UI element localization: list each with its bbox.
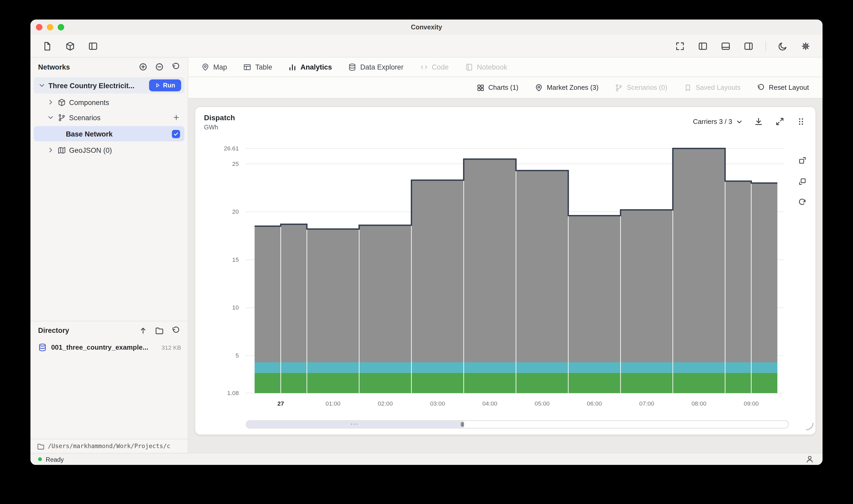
tab-map[interactable]: Map xyxy=(201,63,227,71)
networks-header-actions xyxy=(138,61,181,72)
directory-path-row: /Users/markhammond/Work/Projects/c xyxy=(31,439,188,453)
components-icon xyxy=(58,98,66,106)
panel-right-button[interactable] xyxy=(743,40,754,52)
chart-range-scrollbar[interactable] xyxy=(246,420,789,428)
refresh-directory-button[interactable] xyxy=(170,325,181,336)
refresh-networks-button[interactable] xyxy=(170,61,181,72)
svg-text:06:00: 06:00 xyxy=(587,400,602,407)
drag-chart-button[interactable] xyxy=(795,116,806,127)
remove-network-button[interactable] xyxy=(154,61,165,72)
svg-text:09:00: 09:00 xyxy=(744,400,759,407)
directory-up-button[interactable] xyxy=(138,325,148,336)
refresh-chart-button[interactable] xyxy=(797,197,808,208)
geojson-label: GeoJSON (0) xyxy=(69,146,112,154)
bar-chart-icon xyxy=(289,63,297,71)
sidebar-item-scenarios[interactable]: Scenarios xyxy=(31,110,188,125)
directory-file-item[interactable]: 001_three_country_example... 312 KB xyxy=(31,339,188,356)
carriers-label: Carriers 3 / 3 xyxy=(693,118,732,125)
add-scenario-button[interactable] xyxy=(171,113,181,122)
tab-table[interactable]: Table xyxy=(244,63,272,71)
minimize-window-button[interactable] xyxy=(47,24,53,31)
reset-layout-button[interactable]: Reset Layout xyxy=(757,84,809,92)
carriers-dropdown[interactable]: Carriers 3 / 3 xyxy=(693,118,743,125)
fullscreen-icon xyxy=(675,41,685,51)
svg-text:27: 27 xyxy=(277,400,284,407)
panel-corner-bottom-icon xyxy=(798,177,807,186)
svg-text:01:00: 01:00 xyxy=(326,400,341,407)
analytics-actionbar: Charts (1) Market Zones (3) Scenarios (0… xyxy=(188,77,822,98)
tab-code: Code xyxy=(420,63,448,71)
chevron-down-icon[interactable] xyxy=(47,114,54,121)
sidebar-item-base-network[interactable]: Base Network xyxy=(34,126,184,142)
sidebar: Networks Three Country Electricit... Run xyxy=(31,58,188,453)
play-icon xyxy=(155,83,160,88)
add-panel-top-button[interactable] xyxy=(797,155,808,166)
range-grip-dots[interactable] xyxy=(351,424,357,425)
scenarios-label: Scenarios xyxy=(69,113,101,122)
dispatch-chart-card: 26.612520151051.082701:0002:0003:0004:00… xyxy=(195,107,816,435)
open-folder-button[interactable] xyxy=(154,325,165,336)
tab-map-label: Map xyxy=(213,63,227,71)
tab-data-explorer[interactable]: Data Explorer xyxy=(348,63,403,71)
settings-button[interactable] xyxy=(800,40,812,52)
directory-title: Directory xyxy=(38,326,138,335)
chevron-right-icon[interactable] xyxy=(47,98,54,106)
table-icon xyxy=(244,63,252,71)
expand-icon xyxy=(775,117,784,126)
gear-icon xyxy=(801,41,811,51)
reset-icon xyxy=(757,84,765,92)
expand-chart-button[interactable] xyxy=(774,116,785,127)
tab-code-label: Code xyxy=(432,63,448,71)
sidebar-item-geojson[interactable]: GeoJSON (0) xyxy=(31,143,188,158)
app-window: Convexity Networks xyxy=(31,20,822,465)
chevron-down-icon[interactable] xyxy=(38,82,46,89)
folder-icon xyxy=(155,326,164,335)
branch-icon xyxy=(615,84,623,92)
base-network-checkbox[interactable] xyxy=(172,130,180,138)
network-name: Three Country Electricit... xyxy=(48,82,146,90)
reset-layout-button-label: Reset Layout xyxy=(769,84,809,91)
tab-analytics[interactable]: Analytics xyxy=(289,63,332,71)
svg-text:1.08: 1.08 xyxy=(227,390,239,396)
fullscreen-button[interactable] xyxy=(674,40,686,52)
new-file-button[interactable] xyxy=(41,40,53,52)
database-icon xyxy=(348,63,356,71)
chevron-right-icon[interactable] xyxy=(47,146,54,154)
run-button[interactable]: Run xyxy=(149,79,181,91)
market-zones-button[interactable]: Market Zones (3) xyxy=(535,84,599,92)
download-chart-button[interactable] xyxy=(753,116,764,127)
close-window-button[interactable] xyxy=(36,24,42,31)
charts-button[interactable]: Charts (1) xyxy=(476,84,519,92)
svg-text:03:00: 03:00 xyxy=(430,400,445,407)
package-button[interactable] xyxy=(64,40,76,52)
range-selection[interactable] xyxy=(246,421,464,428)
network-tree-root[interactable]: Three Country Electricit... Run xyxy=(34,77,184,93)
scenarios-button: Scenarios (0) xyxy=(615,84,667,92)
notebook-icon xyxy=(465,63,473,71)
panel-bottom-button[interactable] xyxy=(719,40,732,52)
svg-text:15: 15 xyxy=(232,256,239,263)
file-name: 001_three_country_example... xyxy=(51,344,157,351)
range-handle[interactable] xyxy=(461,422,464,427)
svg-text:08:00: 08:00 xyxy=(692,400,707,407)
add-network-button[interactable] xyxy=(138,61,148,72)
titlebar: Convexity xyxy=(31,20,822,35)
toggle-sidebar-button[interactable] xyxy=(87,40,99,52)
saved-layouts-button-label: Saved Layouts xyxy=(696,84,741,91)
zoom-window-button[interactable] xyxy=(58,24,64,31)
statusbar: Ready xyxy=(31,453,822,465)
app-root: Convexity Networks xyxy=(0,0,853,504)
map-pin-icon xyxy=(535,84,543,92)
toolbar-left-group xyxy=(41,40,99,52)
panel-left-icon xyxy=(698,41,708,51)
user-button[interactable] xyxy=(806,455,814,463)
market-zones-button-label: Market Zones (3) xyxy=(547,84,599,91)
panel-left-button[interactable] xyxy=(697,40,709,52)
dispatch-chart: 26.612520151051.082701:0002:0003:0004:00… xyxy=(195,107,817,435)
dark-mode-button[interactable] xyxy=(777,40,789,52)
sidebar-item-components[interactable]: Components xyxy=(31,94,188,110)
add-panel-bottom-button[interactable] xyxy=(797,176,808,187)
chevron-down-icon xyxy=(735,118,743,125)
user-icon xyxy=(806,455,814,463)
chart-title: Dispatch xyxy=(204,114,235,122)
